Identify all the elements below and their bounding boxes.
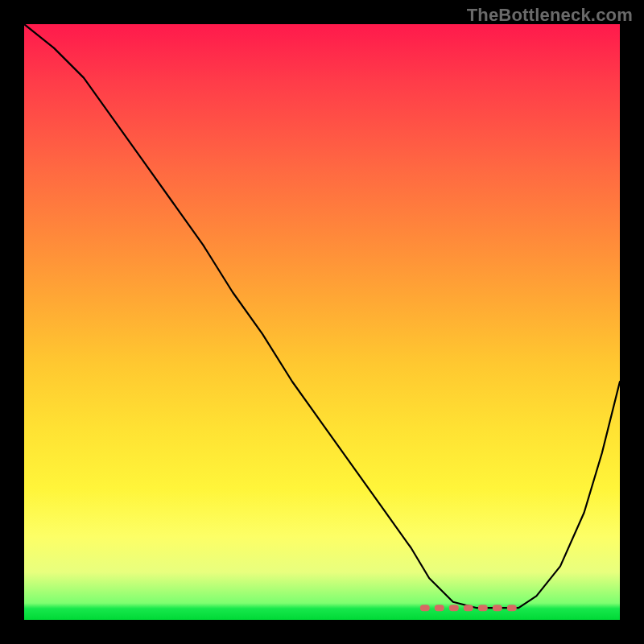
plot-area [24, 24, 620, 620]
bottleneck-curve [24, 24, 620, 608]
chart-container: TheBottleneck.com [0, 0, 644, 644]
watermark-text: TheBottleneck.com [467, 5, 633, 26]
curve-layer [24, 24, 620, 620]
